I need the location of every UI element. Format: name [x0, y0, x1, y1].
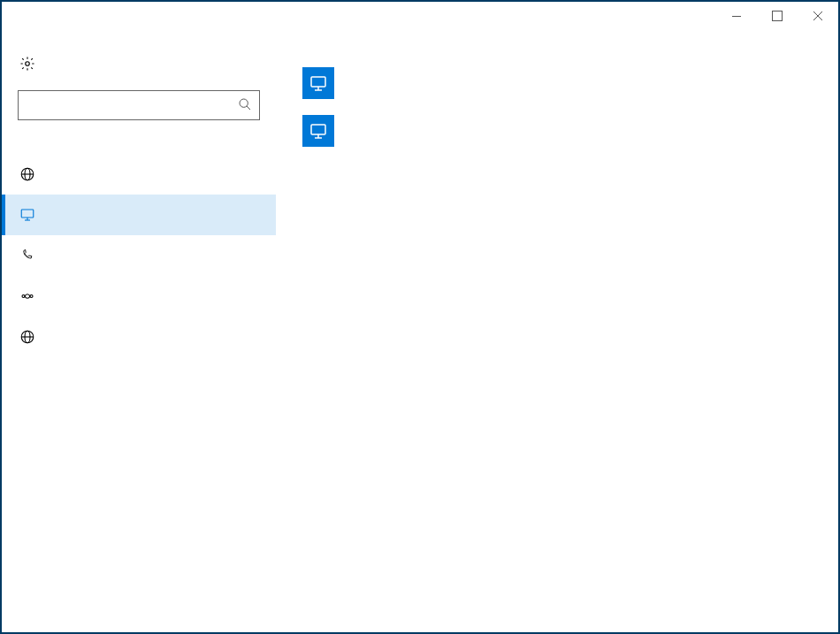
close-button[interactable]: [798, 2, 838, 30]
svg-rect-19: [311, 125, 325, 134]
sidebar-item-dialup[interactable]: [2, 235, 276, 276]
globe-icon: [18, 329, 37, 345]
section-title: [2, 141, 276, 154]
svg-point-11: [22, 295, 25, 298]
titlebar: [2, 2, 838, 30]
sidebar-item-status[interactable]: [2, 154, 276, 195]
content-pane: [276, 30, 838, 632]
svg-rect-16: [311, 77, 325, 87]
network-item[interactable]: [302, 115, 812, 147]
sidebar: [2, 30, 276, 632]
home-button[interactable]: [2, 46, 276, 81]
svg-rect-8: [21, 210, 34, 218]
network-icon: [302, 67, 334, 99]
svg-point-3: [240, 99, 248, 107]
gear-icon: [18, 56, 37, 72]
network-item[interactable]: [302, 67, 812, 99]
search-input-wrapper[interactable]: [18, 90, 260, 120]
svg-line-4: [247, 106, 250, 110]
maximize-button[interactable]: [757, 2, 798, 30]
sidebar-item-vpn[interactable]: [2, 276, 276, 317]
minimize-button[interactable]: [716, 2, 757, 30]
globe-icon: [18, 166, 37, 182]
svg-point-12: [30, 295, 33, 298]
network-icon: [302, 115, 334, 147]
search-input[interactable]: [27, 98, 238, 113]
lock-icon: [18, 288, 37, 304]
sidebar-item-ethernet[interactable]: [2, 195, 276, 235]
sidebar-item-proxy[interactable]: [2, 317, 276, 357]
sidebar-navlist: [2, 154, 276, 357]
monitor-icon: [18, 207, 37, 223]
search-icon: [238, 97, 252, 114]
related-links: [302, 182, 812, 271]
phone-icon: [18, 248, 37, 264]
svg-point-2: [26, 62, 30, 66]
